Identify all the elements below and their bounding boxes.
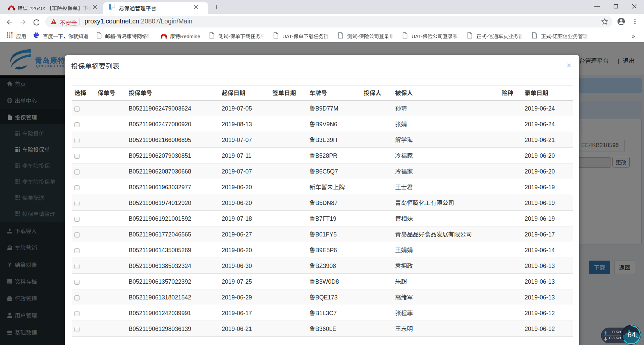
svg-text:du: du	[35, 35, 38, 38]
svg-text:64: 64	[628, 331, 636, 339]
svg-text:%: %	[635, 335, 638, 339]
